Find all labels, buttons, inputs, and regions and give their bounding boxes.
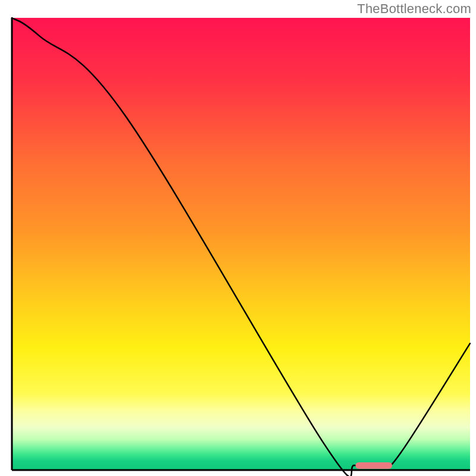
plot-background [12, 18, 470, 470]
bottleneck-chart [0, 0, 476, 476]
chart-container: { "attribution": "TheBottleneck.com", "c… [0, 0, 476, 476]
optimal-marker [356, 462, 393, 469]
attribution-text: TheBottleneck.com [357, 1, 471, 17]
